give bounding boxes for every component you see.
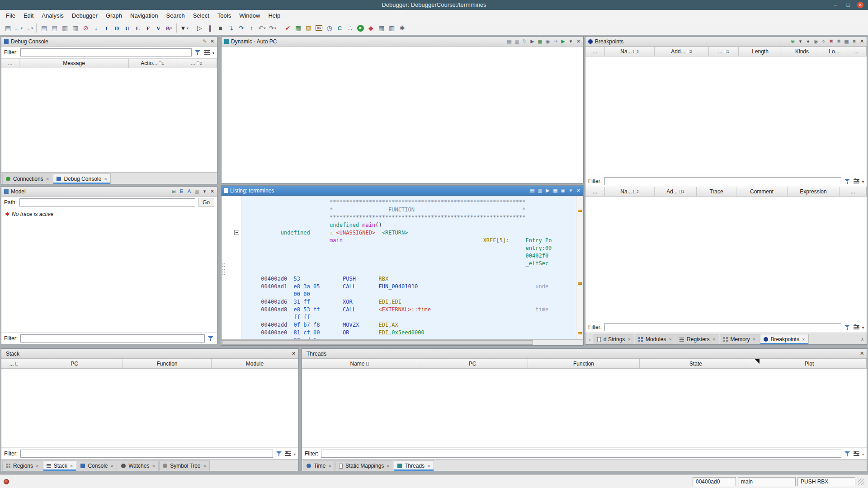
threads-table-body[interactable] xyxy=(302,369,867,447)
listing-line[interactable] xyxy=(241,267,576,275)
clear-console-icon[interactable]: ✎ xyxy=(202,39,208,44)
listing-line[interactable]: main XREF[5]: Entry Po xyxy=(241,237,576,244)
table-icon[interactable]: ▦ xyxy=(377,23,386,33)
listing-line[interactable]: undefined ⚠ <UNASSIGNED> <RETURN> xyxy=(241,229,576,237)
column-header-expression[interactable]: Expression xyxy=(788,187,840,196)
menu-graph[interactable]: Graph xyxy=(102,10,126,21)
dynamic-body[interactable] xyxy=(222,47,583,183)
breakpoints-table-body[interactable] xyxy=(585,56,867,175)
dynamic-header[interactable]: Dynamic - Auto PC ▤▥↻▶▦◉⇒▶▾✕ xyxy=(222,37,583,47)
marker-u-icon[interactable]: U xyxy=(123,23,132,33)
marker-d-icon[interactable]: D xyxy=(112,23,122,33)
listing-line[interactable]: ****************************************… xyxy=(241,214,576,221)
filter-options-caret[interactable] xyxy=(294,450,296,457)
marker-v-icon[interactable]: V xyxy=(154,23,163,33)
go-button[interactable]: Go xyxy=(198,198,214,207)
tab-modules[interactable]: Modules✕ xyxy=(635,334,675,344)
close-tab-icon[interactable]: ✕ xyxy=(104,177,107,181)
emulate-icon[interactable]: ◆ xyxy=(366,23,376,33)
listing-line[interactable]: ****************************************… xyxy=(241,198,576,206)
close-tab-icon[interactable]: ✕ xyxy=(427,464,430,468)
column-header-item[interactable]: ...1 xyxy=(709,47,739,56)
commit-icon[interactable]: ✔ xyxy=(283,23,292,33)
menu-caret-icon[interactable]: ▾ xyxy=(797,39,803,44)
column-header-pc[interactable]: PC xyxy=(26,359,123,368)
column-header-item[interactable]: ... xyxy=(840,187,867,196)
breakpoint-locations-table-body[interactable] xyxy=(585,197,867,321)
stack-header[interactable]: Stack ✕ xyxy=(1,349,298,359)
listing-line[interactable]: _elfSec xyxy=(241,260,576,267)
tab-connections[interactable]: Connections✕ xyxy=(2,174,52,184)
menu-tools[interactable]: Tools xyxy=(213,10,235,21)
elements-icon[interactable]: E xyxy=(179,189,184,194)
run-to-icon[interactable]: ▶ xyxy=(560,39,566,44)
close-panel-icon[interactable]: ✕ xyxy=(576,188,581,193)
forward-icon[interactable]: →▾ xyxy=(24,23,33,33)
filter-input[interactable] xyxy=(604,177,841,185)
column-header-ad[interactable]: Ad...1 xyxy=(655,187,697,196)
debug-program-icon[interactable]: ▶ xyxy=(356,23,365,33)
close-tab-icon[interactable]: ✕ xyxy=(387,464,390,468)
bookmark-marker[interactable] xyxy=(578,332,582,334)
filter-options-icon[interactable] xyxy=(285,451,291,456)
column-header-item[interactable]: ... xyxy=(585,47,605,56)
collapse-toggle-icon[interactable] xyxy=(234,230,239,235)
tab-breakpoints[interactable]: Breakpoints✕ xyxy=(760,334,809,344)
step-back-icon[interactable]: ↶▾ xyxy=(257,23,267,33)
disable-all-icon[interactable]: ○ xyxy=(821,39,826,44)
clear-breakpoint-icon[interactable]: ✖ xyxy=(828,39,834,44)
enable-all-icon[interactable]: ◉ xyxy=(813,39,819,44)
filter-options-icon[interactable] xyxy=(854,178,859,184)
close-tab-icon[interactable]: ✕ xyxy=(712,338,716,342)
close-tab-icon[interactable]: ✕ xyxy=(802,338,805,342)
copy-icon[interactable]: ▤ xyxy=(529,188,535,193)
column-header-trace[interactable]: Trace xyxy=(697,187,736,196)
menu-help[interactable]: Help xyxy=(264,10,284,21)
filter-options-icon[interactable] xyxy=(854,451,859,456)
filter-funnel-icon[interactable] xyxy=(844,178,851,184)
tab-memory[interactable]: Memory✕ xyxy=(720,334,760,344)
pause-icon[interactable]: ∥ xyxy=(205,23,215,33)
tab-scroll-up-icon[interactable] xyxy=(859,334,866,344)
bookmark-marker[interactable] xyxy=(578,282,582,285)
settings-icon[interactable]: ≡ xyxy=(851,39,857,44)
close-tab-icon[interactable]: ✕ xyxy=(203,464,207,468)
clear-all-icon[interactable]: ✖ xyxy=(836,39,842,44)
filter-funnel-icon[interactable] xyxy=(844,324,851,330)
filter-funnel-icon[interactable] xyxy=(276,450,283,457)
menu-edit[interactable]: Edit xyxy=(19,10,38,21)
filter-options-icon[interactable] xyxy=(204,50,210,55)
menu-debugger[interactable]: Debugger xyxy=(68,10,102,21)
save-icon[interactable]: ▤ xyxy=(3,23,13,33)
listing-line[interactable]: 00 00 xyxy=(241,291,576,298)
edit-table-icon[interactable]: ▦ xyxy=(552,188,558,193)
clock-icon[interactable]: ◷ xyxy=(325,23,334,33)
splitter-handle[interactable] xyxy=(222,263,225,275)
close-tab-icon[interactable]: ✕ xyxy=(753,338,756,342)
column-header-item[interactable]: ... xyxy=(1,359,26,368)
path-input[interactable] xyxy=(19,198,195,206)
column-header-item[interactable]: ... xyxy=(846,47,867,56)
debug-console-header[interactable]: Debug Console ✎✕ xyxy=(1,37,217,47)
step-into-icon[interactable]: ↴ xyxy=(226,23,236,33)
column-header-na[interactable]: Na...3 xyxy=(605,47,655,56)
stack-table-body[interactable] xyxy=(1,369,298,447)
step-forward-icon[interactable]: ↷▾ xyxy=(268,23,277,33)
listing-line[interactable]: 00400ad0 53 PUSH RBX xyxy=(241,275,576,283)
close-panel-icon[interactable]: ✕ xyxy=(291,351,297,356)
clipboard-icon[interactable]: ▥ xyxy=(194,189,200,194)
tab-scroll-left-icon[interactable] xyxy=(586,334,593,344)
listing-line[interactable]: undefined main() xyxy=(241,221,576,229)
tab-watches[interactable]: Watches✕ xyxy=(118,460,159,471)
listing-line[interactable]: 00400ad1 e8 3a 05 CALL FUN_00401010 unde xyxy=(241,283,576,291)
open-console-icon[interactable]: ▤ xyxy=(39,23,49,33)
filter-options-caret[interactable] xyxy=(862,324,864,330)
close-panel-icon[interactable]: ✕ xyxy=(209,39,215,44)
menu-caret-icon[interactable]: ▾ xyxy=(568,39,574,44)
minimize-button[interactable]: – xyxy=(832,1,839,9)
pa​ste-icon[interactable]: ▥ xyxy=(537,188,543,193)
marker-i-icon[interactable]: I xyxy=(102,23,111,33)
close-tab-icon[interactable]: ✕ xyxy=(627,338,631,342)
maximize-button[interactable]: □ xyxy=(844,1,852,9)
attributes-icon[interactable]: A xyxy=(186,189,192,194)
